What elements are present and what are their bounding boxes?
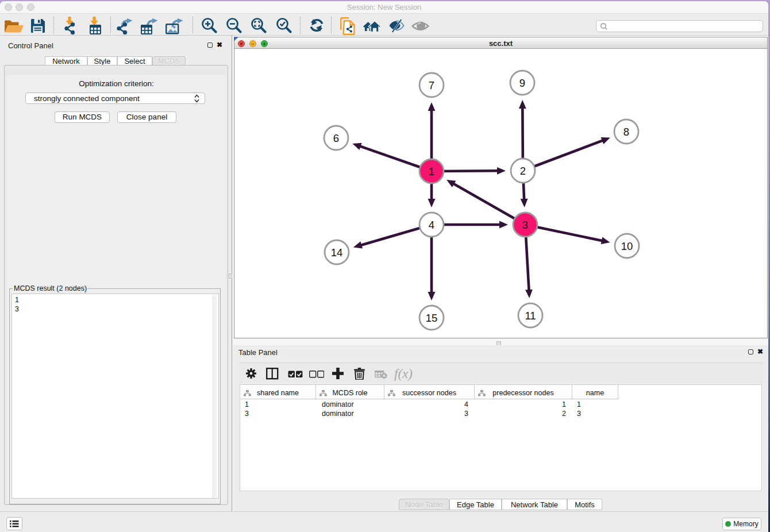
- svg-text:15: 15: [426, 312, 438, 324]
- svg-text:2: 2: [520, 165, 526, 177]
- svg-text:4: 4: [429, 219, 434, 231]
- svg-text:11: 11: [525, 310, 536, 322]
- svg-text:10: 10: [621, 240, 633, 252]
- svg-text:1: 1: [429, 165, 434, 178]
- svg-text:7: 7: [429, 79, 434, 91]
- svg-text:8: 8: [623, 126, 629, 138]
- svg-text:9: 9: [519, 77, 525, 89]
- svg-text:14: 14: [331, 246, 343, 259]
- svg-text:6: 6: [333, 132, 339, 144]
- svg-text:3: 3: [522, 219, 528, 231]
